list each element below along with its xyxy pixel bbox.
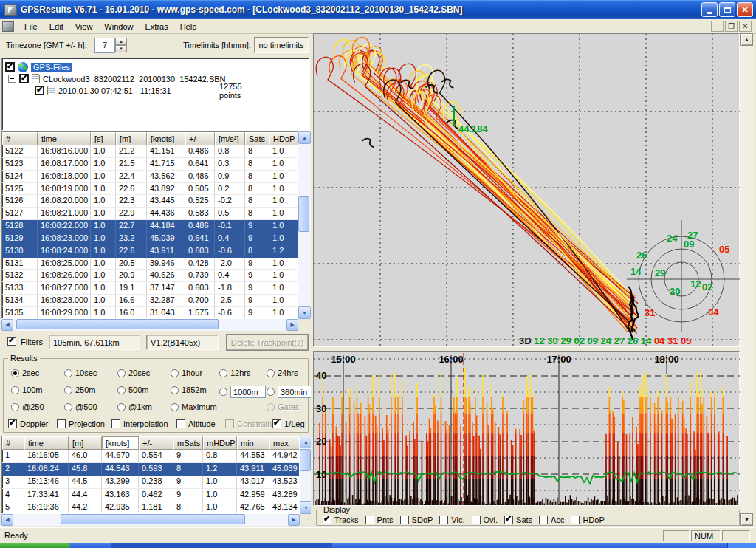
radio-icon[interactable] bbox=[117, 403, 126, 411]
start-button[interactable] bbox=[0, 543, 70, 548]
checkbox-icon[interactable] bbox=[365, 516, 374, 524]
mdi-close-button[interactable]: ✕ bbox=[739, 21, 752, 32]
trackpoint-hscrollbar[interactable]: ◀ ▶ bbox=[1, 319, 298, 331]
radio-2sec[interactable]: 2sec bbox=[11, 369, 39, 377]
table-row[interactable]: 512216:08:16.0001.021.241.1510.4860.881.… bbox=[2, 145, 298, 158]
track-map[interactable]: 44.1842427090526142912023031043D 12 30 2… bbox=[313, 33, 740, 347]
vscroll-thumb[interactable] bbox=[298, 196, 309, 232]
radio-icon[interactable] bbox=[117, 386, 126, 394]
checkbox-Altitude[interactable]: Altitude bbox=[176, 419, 216, 428]
radio-Gates[interactable]: Gates bbox=[267, 403, 299, 411]
radio-12hrs[interactable]: 12hrs bbox=[219, 369, 251, 377]
radio-100m[interactable]: 100m bbox=[11, 386, 43, 394]
table-row[interactable]: 513216:08:26.0001.020.940.6260.7390.491.… bbox=[2, 270, 298, 282]
checkbox-icon[interactable] bbox=[111, 419, 120, 428]
table-row[interactable]: 512516:08:19.0001.022.643.8920.5050.281.… bbox=[2, 183, 298, 196]
column-header-m[interactable]: [m] bbox=[116, 132, 147, 145]
radio-250m[interactable]: 250m bbox=[64, 386, 96, 394]
checkbox-1Leg[interactable]: 1/Leg bbox=[272, 419, 305, 428]
checkbox-icon[interactable] bbox=[272, 419, 281, 428]
checkbox-icon[interactable] bbox=[539, 516, 548, 524]
tree-file-checkbox[interactable] bbox=[19, 74, 29, 83]
display-checkbox-Acc[interactable]: Acc bbox=[539, 516, 564, 524]
checkbox-Constrain[interactable]: Constrain bbox=[225, 419, 272, 428]
checkbox-Projection[interactable]: Projection bbox=[57, 419, 105, 428]
checkbox-icon[interactable] bbox=[504, 516, 513, 524]
table-row[interactable]: 516:19:3644.242.9351.18181.042.76543.134 bbox=[2, 501, 299, 514]
scroll-down-icon[interactable]: ▼ bbox=[740, 513, 753, 526]
tree-file-row[interactable]: CLockwood3_832002112_20100130_154242.SBN bbox=[8, 73, 226, 84]
radio-Maximum[interactable]: Maximum bbox=[171, 403, 217, 411]
radio-icon[interactable] bbox=[267, 388, 275, 396]
checkbox-Interpolation[interactable]: Interpolation bbox=[111, 419, 168, 428]
mdi-restore-button[interactable]: ❐ bbox=[725, 21, 738, 32]
scroll-up-icon[interactable]: ▲ bbox=[740, 33, 753, 46]
table-row[interactable]: 512816:08:22.0001.022.744.1840.486-0.191… bbox=[2, 220, 298, 233]
table-row[interactable]: 216:08:2445.844.5430.59381.243.91145.039 bbox=[2, 463, 299, 476]
radio-icon[interactable] bbox=[267, 369, 275, 377]
tree-root-label[interactable]: GPS-Files bbox=[31, 63, 72, 72]
custom-value-input[interactable] bbox=[230, 386, 266, 398]
column-header-[interactable]: +/- bbox=[185, 132, 215, 145]
tree-session-label[interactable]: 2010.01.30 07:42:51 - 11:15:31 bbox=[58, 86, 171, 95]
radio-icon[interactable] bbox=[219, 388, 227, 396]
radio-10sec[interactable]: 10sec bbox=[64, 369, 97, 377]
table-row[interactable]: 512416:08:18.0001.022.443.5620.4860.981.… bbox=[2, 171, 298, 183]
checkbox-icon[interactable] bbox=[571, 516, 580, 524]
display-checkbox-Tracks[interactable]: Tracks bbox=[323, 516, 359, 524]
column-header-time[interactable]: time bbox=[38, 132, 91, 145]
table-row[interactable]: 512716:08:21.0001.022.944.4360.5830.581.… bbox=[2, 208, 298, 220]
timezone-spinner[interactable]: 7 ▲ ▼ bbox=[94, 38, 128, 53]
column-header-[interactable]: +/- bbox=[139, 436, 173, 450]
radio-icon[interactable] bbox=[64, 403, 72, 411]
menu-view[interactable]: View bbox=[69, 21, 99, 32]
radio-1hour[interactable]: 1hour bbox=[171, 369, 202, 377]
hscroll-thumb[interactable] bbox=[16, 319, 219, 329]
column-header-mSats[interactable]: mSats bbox=[173, 436, 203, 450]
radio-icon[interactable] bbox=[11, 386, 19, 394]
menu-file[interactable]: File bbox=[18, 21, 44, 32]
minimize-button[interactable] bbox=[701, 2, 718, 17]
checkbox-icon[interactable] bbox=[323, 516, 331, 524]
radio-icon[interactable] bbox=[11, 403, 19, 411]
menu-help[interactable]: Help bbox=[174, 21, 203, 32]
scroll-left-icon[interactable]: ◀ bbox=[1, 319, 13, 331]
table-row[interactable]: 417:33:4144.443.1630.46291.042.95943.289 bbox=[2, 489, 299, 502]
scroll-left-icon[interactable]: ◀ bbox=[1, 514, 13, 526]
vscroll-thumb[interactable] bbox=[300, 449, 311, 471]
display-checkbox-Sats[interactable]: Sats bbox=[504, 516, 532, 524]
table-row[interactable]: 513416:08:28.0001.016.632.2870.700-2.591… bbox=[2, 295, 298, 307]
radio-24hrs[interactable]: 24hrs bbox=[267, 369, 298, 377]
radio-@1km[interactable]: @1km bbox=[117, 403, 152, 411]
delete-trackpoints-button[interactable]: Delete Trackpoint(s) bbox=[226, 334, 309, 351]
radio-1852m[interactable]: 1852m bbox=[171, 386, 207, 394]
checkbox-icon[interactable] bbox=[439, 516, 448, 524]
trackpoint-vscrollbar[interactable]: ▲ ▼ bbox=[298, 131, 311, 319]
menu-window[interactable]: Window bbox=[98, 21, 139, 32]
display-checkbox-HDoP[interactable]: HDoP bbox=[571, 516, 604, 524]
column-header-min[interactable]: min bbox=[237, 436, 269, 450]
speed-graph[interactable]: 15:0016:0017:0018:0040302010 bbox=[313, 351, 740, 506]
scroll-up-icon[interactable]: ▲ bbox=[298, 131, 311, 144]
radio-1000m[interactable] bbox=[219, 386, 266, 398]
checkbox-Doppler[interactable]: Doppler bbox=[8, 419, 49, 428]
column-header-mHDoP[interactable]: mHDoP bbox=[203, 436, 237, 450]
column-header-[interactable]: # bbox=[2, 132, 38, 145]
column-header-time[interactable]: time bbox=[24, 436, 69, 450]
table-row[interactable]: 116:16:0546.044.6700.55490.844.55344.942 bbox=[2, 450, 299, 463]
radio-icon[interactable] bbox=[64, 386, 72, 394]
timezone-value[interactable]: 7 bbox=[94, 38, 115, 53]
table-row[interactable]: 513516:08:29.0001.016.031.0431.575-0.691… bbox=[2, 307, 298, 319]
radio-icon[interactable] bbox=[171, 403, 179, 411]
checkbox-icon[interactable] bbox=[8, 419, 17, 428]
table-row[interactable]: 513116:08:25.0001.020.539.9460.428-2.091… bbox=[2, 258, 298, 270]
tree-file-label[interactable]: CLockwood3_832002112_20100130_154242.SBN bbox=[43, 75, 226, 83]
column-header-[interactable]: # bbox=[2, 436, 24, 450]
radio-icon[interactable] bbox=[11, 369, 19, 377]
scroll-right-icon[interactable]: ▶ bbox=[288, 514, 300, 526]
checkbox-icon[interactable] bbox=[176, 419, 185, 428]
display-checkbox-SDoP[interactable]: SDoP bbox=[400, 516, 433, 524]
radio-@250[interactable]: @250 bbox=[11, 403, 44, 411]
map-vscrollbar[interactable]: ▲ ▼ bbox=[740, 33, 753, 526]
radio-icon[interactable] bbox=[219, 369, 227, 377]
